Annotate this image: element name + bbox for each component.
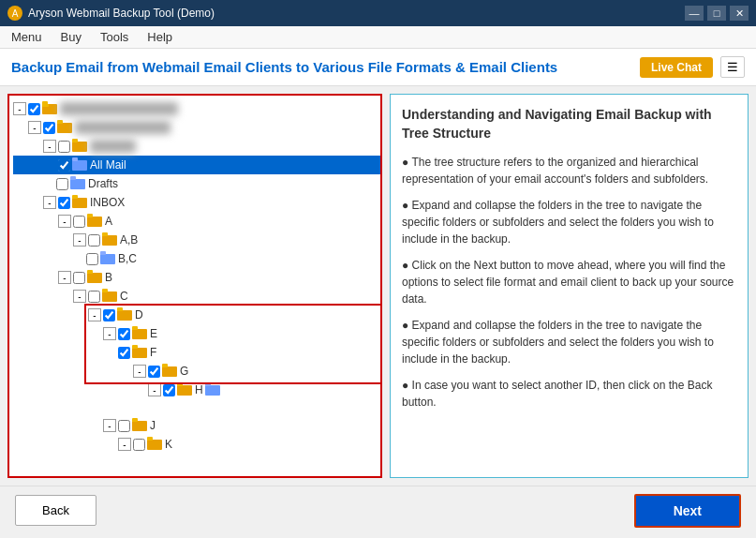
svg-rect-29 bbox=[162, 366, 177, 377]
expand-g[interactable]: - bbox=[133, 365, 146, 378]
menu-item-buy[interactable]: Buy bbox=[57, 28, 85, 46]
folder-icon-b bbox=[87, 270, 102, 286]
menu-bar: Menu Buy Tools Help bbox=[0, 26, 756, 49]
bullet-2: ● Expand and collapse the folders in the… bbox=[402, 197, 736, 247]
folder-icon-account bbox=[57, 120, 72, 136]
checkbox-d[interactable] bbox=[103, 309, 115, 321]
tree-row-e: - E bbox=[13, 324, 382, 343]
title-bar: A Aryson Webmail Backup Tool (Demo) — □ … bbox=[0, 0, 756, 26]
next-button[interactable]: Next bbox=[634, 494, 741, 528]
tree-row-f: F bbox=[13, 343, 382, 362]
tree-row-inbox: - INBOX bbox=[13, 193, 382, 212]
folder-icon-level2 bbox=[72, 139, 87, 155]
expand-ab[interactable]: - bbox=[73, 233, 86, 247]
tree-row-c: - C bbox=[13, 287, 382, 306]
checkbox-c[interactable] bbox=[88, 291, 100, 303]
checkbox-f[interactable] bbox=[118, 347, 130, 359]
folder-icon-root bbox=[42, 101, 57, 117]
app-title: Aryson Webmail Backup Tool (Demo) bbox=[28, 7, 215, 20]
checkbox-g[interactable] bbox=[148, 366, 160, 378]
svg-rect-16 bbox=[102, 232, 108, 236]
checkbox-level2[interactable] bbox=[58, 141, 70, 153]
checkbox-k[interactable] bbox=[133, 439, 145, 451]
checkbox-allmail[interactable] bbox=[58, 159, 70, 172]
expand-k[interactable]: - bbox=[118, 438, 131, 451]
folder-icon-d bbox=[117, 307, 132, 323]
expand-level2[interactable]: - bbox=[43, 140, 56, 153]
checkbox-drafts[interactable] bbox=[56, 178, 68, 190]
svg-rect-33 bbox=[205, 385, 220, 396]
folder-icon-h bbox=[177, 382, 192, 398]
folder-icon-drafts bbox=[70, 176, 85, 192]
bullet-5: ● In case you want to select another ID,… bbox=[402, 377, 736, 411]
expand-h[interactable]: - bbox=[148, 383, 161, 396]
svg-rect-7 bbox=[72, 160, 87, 171]
expand-account[interactable]: - bbox=[28, 121, 41, 134]
minimize-button[interactable]: — bbox=[685, 6, 704, 21]
app-icon: A bbox=[7, 6, 22, 21]
checkbox-a[interactable] bbox=[73, 216, 85, 228]
account-label: user account name bbox=[75, 121, 170, 134]
svg-rect-13 bbox=[87, 217, 102, 227]
svg-rect-32 bbox=[177, 382, 183, 386]
checkbox-root[interactable] bbox=[28, 103, 40, 115]
tree-row-allmail[interactable]: All Mail bbox=[13, 156, 382, 174]
title-bar-controls[interactable]: — □ ✕ bbox=[685, 6, 749, 21]
expand-b[interactable]: - bbox=[58, 271, 71, 284]
root-label: account@example.com bbox=[60, 102, 178, 115]
checkbox-ab[interactable] bbox=[88, 234, 100, 247]
expand-root[interactable]: - bbox=[13, 102, 26, 115]
svg-rect-38 bbox=[147, 437, 153, 441]
svg-rect-21 bbox=[102, 291, 117, 302]
close-button[interactable]: ✕ bbox=[730, 6, 749, 21]
checkbox-e[interactable] bbox=[118, 328, 130, 340]
tree-row-ab: - A,B bbox=[13, 231, 382, 249]
expand-e[interactable]: - bbox=[103, 327, 116, 340]
c-label: C bbox=[120, 290, 128, 303]
checkbox-h[interactable] bbox=[163, 384, 175, 396]
tree-row-root: - account@example.com bbox=[13, 99, 382, 118]
folder-icon-inbox bbox=[72, 195, 87, 211]
svg-rect-6 bbox=[72, 139, 78, 142]
expand-j[interactable]: - bbox=[103, 419, 116, 432]
expand-a[interactable]: - bbox=[58, 215, 71, 228]
tree-row-level2: - subfolder bbox=[13, 137, 382, 156]
menu-item-tools[interactable]: Tools bbox=[96, 28, 132, 46]
expand-d[interactable]: - bbox=[88, 308, 101, 321]
tree-row-account: - user account name bbox=[13, 118, 382, 137]
folder-icon-a bbox=[87, 214, 102, 230]
checkbox-account[interactable] bbox=[43, 122, 55, 134]
folder-icon-k bbox=[147, 437, 162, 453]
folder-icon-g bbox=[162, 364, 177, 380]
tree-row-d: - D bbox=[13, 306, 382, 324]
folder-icon-e bbox=[132, 326, 147, 342]
tree-row-h: - H bbox=[13, 381, 382, 399]
folder-icon-allmail bbox=[72, 157, 87, 173]
svg-rect-35 bbox=[132, 421, 147, 431]
expand-c[interactable]: - bbox=[73, 290, 86, 303]
svg-rect-8 bbox=[72, 157, 78, 161]
svg-rect-37 bbox=[147, 440, 162, 450]
svg-rect-27 bbox=[132, 348, 147, 358]
maximize-button[interactable]: □ bbox=[707, 6, 726, 21]
tree-container: - account@example.com - user account nam… bbox=[9, 96, 382, 457]
folder-icon-j bbox=[132, 418, 147, 434]
back-button[interactable]: Back bbox=[15, 495, 96, 526]
live-chat-button[interactable]: Live Chat bbox=[640, 57, 713, 78]
checkbox-bc[interactable] bbox=[86, 253, 98, 265]
checkbox-b[interactable] bbox=[73, 272, 85, 284]
menu-item-menu[interactable]: Menu bbox=[7, 28, 46, 46]
b-label: B bbox=[105, 271, 112, 284]
svg-rect-17 bbox=[100, 254, 115, 264]
expand-inbox[interactable]: - bbox=[43, 196, 56, 209]
svg-rect-24 bbox=[117, 307, 123, 311]
svg-rect-10 bbox=[70, 176, 76, 180]
checkbox-inbox[interactable] bbox=[58, 197, 70, 209]
svg-rect-11 bbox=[72, 198, 87, 208]
j-label: J bbox=[150, 419, 156, 432]
right-panel: Understanding and Navigating Email Backu… bbox=[390, 94, 749, 478]
main-content: - account@example.com - user account nam… bbox=[0, 86, 756, 486]
checkbox-j[interactable] bbox=[118, 420, 130, 432]
menu-item-help[interactable]: Help bbox=[143, 28, 176, 46]
hamburger-menu-button[interactable]: ☰ bbox=[720, 56, 745, 78]
